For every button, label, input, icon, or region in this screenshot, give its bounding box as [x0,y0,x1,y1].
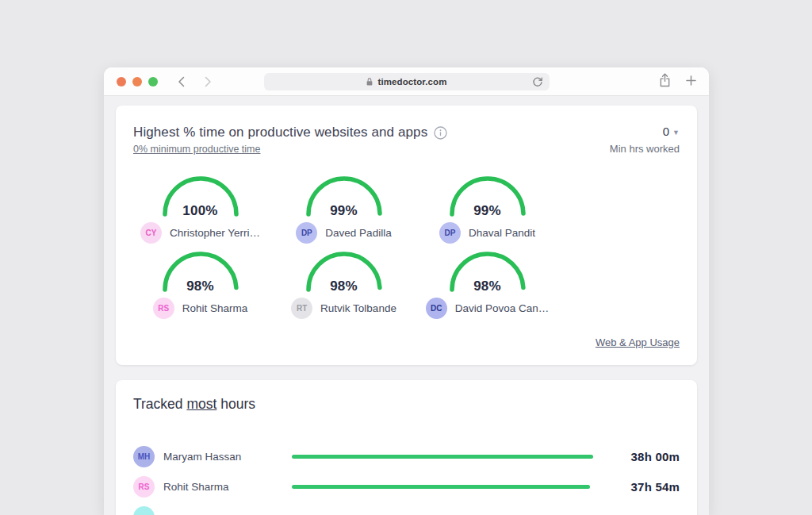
url-text: timedoctor.com [377,77,446,86]
title-text: hours [216,396,255,412]
back-button[interactable] [174,75,188,89]
tracked-row [133,506,680,515]
hours-value: 38h 00m [593,450,680,463]
avatar: DP [439,222,461,244]
gauge-percent: 99% [304,203,384,219]
hours-bar [292,485,590,489]
address-bar[interactable]: timedoctor.com [264,73,550,90]
min-hours-dropdown[interactable]: 0▼ [610,125,680,138]
avatar: DP [296,222,317,244]
avatar: CY [140,222,162,244]
tracked-hours-title: Tracked most hours [133,396,680,413]
gauge-item: 99% DP Dhaval Pandit [416,175,559,244]
min-hours-value: 0 [663,125,669,138]
forward-button[interactable] [201,75,215,89]
gauge-item: 98% DC David Povoa Can… [416,250,559,319]
plus-icon [686,75,696,86]
tracked-hours-list: MH Maryam Hassan 38h 00m RS Rohit Sharma… [133,446,680,515]
refresh-icon [531,75,544,88]
refresh-button[interactable] [531,75,544,88]
tracked-row: MH Maryam Hassan 38h 00m [133,446,680,467]
page-content: Highest % time on productive websites an… [104,96,709,515]
user-name: Rohit Sharma [163,481,292,493]
chevron-left-icon [178,76,185,87]
user-name: David Povoa Can… [455,302,550,314]
chevron-right-icon [205,76,212,87]
most-toggle[interactable]: most [186,396,216,412]
tracked-hours-card: Tracked most hours MH Maryam Hassan 38h … [116,380,697,515]
gauge-percent: 99% [448,203,527,219]
gauge-item: 100% CY Christopher Yerri… [128,175,272,244]
min-productive-time-link[interactable]: 0% minimum productive time [133,144,260,155]
card-title: Highest % time on productive websites an… [133,125,427,140]
hours-bar-track [292,455,593,459]
avatar [133,506,155,515]
zoom-window-button[interactable] [148,77,158,86]
min-hours-label: Min hrs worked [610,143,680,155]
avatar: MH [133,446,155,467]
minimize-window-button[interactable] [132,77,142,86]
tracked-row: RS Rohit Sharma 37h 54m [133,476,680,498]
gauge-percent: 100% [161,203,240,219]
user-name: Rohit Sharma [182,302,248,314]
user-name: Daved Padilla [325,227,391,239]
title-text: Tracked [133,396,186,412]
close-window-button[interactable] [117,77,126,86]
productive-time-card: Highest % time on productive websites an… [116,106,697,365]
window-controls [117,77,158,86]
avatar: RS [133,476,155,498]
hours-bar [292,455,593,459]
chevron-down-icon: ▼ [672,129,680,136]
gauge-item: 99% DP Daved Padilla [272,175,416,244]
new-tab-button[interactable] [686,75,696,89]
avatar: DC [426,298,447,319]
gauge-percent: 98% [448,279,527,294]
share-icon [659,73,671,87]
gauge-percent: 98% [304,279,384,294]
lock-icon [366,77,373,86]
gauge-item: 98% RT Rutvik Tolbande [272,250,416,319]
browser-window: timedoctor.com [104,67,709,515]
user-name: Christopher Yerri… [170,227,260,239]
share-button[interactable] [659,73,671,90]
user-name: Dhaval Pandit [469,227,535,239]
browser-toolbar: timedoctor.com [104,67,709,96]
page-background: timedoctor.com [0,0,812,515]
hours-value: 37h 54m [593,480,680,494]
info-icon[interactable] [434,126,447,140]
avatar: RT [291,298,312,319]
user-name: Rutvik Tolbande [320,302,396,314]
hours-bar-track [292,485,593,489]
gauge-grid: 100% CY Christopher Yerri… [128,175,680,319]
avatar: RS [153,298,174,319]
user-name: Maryam Hassan [163,451,292,463]
gauge-item: 98% RS Rohit Sharma [128,250,272,319]
web-app-usage-link[interactable]: Web & App Usage [596,336,680,348]
gauge-percent: 98% [161,279,240,294]
